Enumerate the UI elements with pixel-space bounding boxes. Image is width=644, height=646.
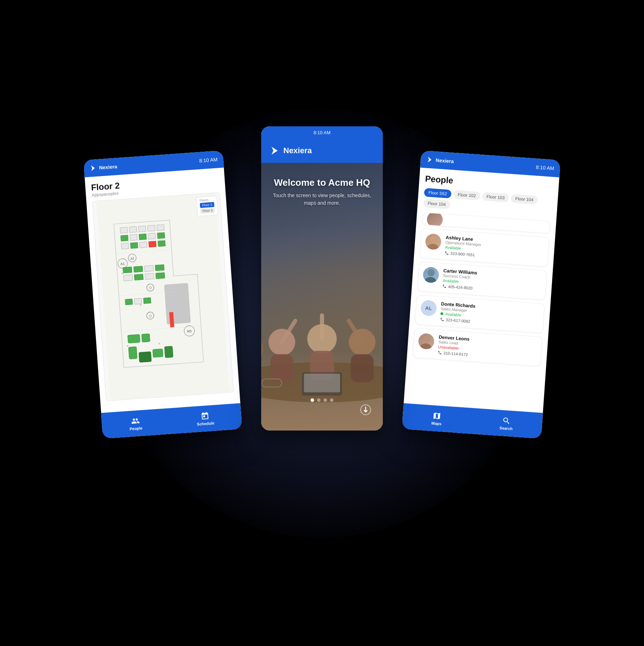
welcome-subtext: Touch the screen to view people, schedul…	[268, 192, 376, 207]
svg-text:R5: R5	[187, 329, 192, 333]
svg-text:A2: A2	[130, 256, 135, 260]
avatar-denver	[418, 333, 435, 350]
people-card: Nexiera 8:10 AM People Floor S52 Floor 1…	[402, 150, 560, 438]
svg-rect-68	[270, 354, 293, 382]
dot-3[interactable]	[323, 398, 327, 402]
svg-rect-30	[123, 275, 133, 281]
svg-point-59	[427, 269, 435, 276]
svg-rect-29	[155, 264, 165, 271]
welcome-hero-image[interactable]: Welcome to Acme HQ Touch the screen to v…	[261, 163, 383, 431]
svg-point-61	[423, 335, 430, 343]
avatar-photo-carter	[423, 266, 439, 283]
nav-item-search-right[interactable]: Search	[499, 416, 513, 431]
avatar-donte: AL	[420, 300, 437, 316]
floor-map-card: Nexiera 8:10 AM Floor 2 Appspaceplex Flo…	[83, 150, 242, 438]
welcome-header-banner: Nexiera	[261, 139, 383, 163]
svg-point-65	[261, 334, 263, 363]
avatar-initials-donte: AL	[425, 305, 432, 311]
right-header-app-name: Nexiera	[435, 157, 454, 164]
svg-rect-32	[145, 273, 154, 279]
person-card-carter[interactable]: Carter Williams Success Coach Available …	[417, 261, 547, 300]
svg-text:⊙: ⊙	[148, 313, 152, 318]
welcome-logo-text: Nexiera	[283, 146, 312, 155]
svg-point-60	[424, 276, 436, 283]
svg-rect-39	[125, 298, 133, 305]
carousel-dots	[311, 398, 333, 402]
svg-rect-80	[262, 379, 282, 387]
welcome-card: 8:10 AM Nexiera	[261, 126, 383, 431]
center-time-bar: 8:10 AM	[261, 126, 383, 139]
tab-floor-104a[interactable]: Floor 104	[511, 194, 538, 204]
svg-rect-2	[120, 227, 128, 233]
svg-rect-12	[121, 243, 129, 249]
nav-item-maps-right[interactable]: Maps	[431, 411, 443, 426]
svg-rect-50	[139, 351, 151, 362]
phone-icon-donte	[440, 317, 444, 322]
team-svg	[261, 275, 383, 409]
maps-icon	[433, 411, 442, 420]
svg-rect-15	[149, 241, 156, 247]
person-card-ashley[interactable]: Ashley Lane Operations Manager Available…	[420, 228, 550, 267]
svg-rect-41	[143, 297, 151, 303]
avatar-ashley	[425, 233, 441, 250]
svg-text:×: ×	[126, 343, 129, 348]
person-avatar-partial	[426, 212, 443, 228]
person-card-denver[interactable]: Denver Leons Sales Lead Unavailable 310-…	[413, 328, 542, 366]
person-info-donte: Donte Richards Sales Manager Available 3…	[440, 301, 540, 328]
svg-rect-7	[121, 235, 128, 241]
svg-rect-4	[138, 226, 146, 232]
svg-point-58	[427, 243, 439, 250]
svg-marker-0	[91, 165, 95, 171]
center-nexiera-logo-icon	[270, 146, 280, 156]
floors-label: Floors	[200, 198, 214, 202]
touch-cursor-icon	[359, 403, 372, 416]
svg-rect-40	[134, 298, 142, 304]
floor-map-svg: A1 A2 × × × × ×	[92, 193, 233, 400]
svg-rect-33	[156, 272, 165, 278]
nav-label-maps-right: Maps	[431, 421, 442, 426]
svg-rect-28	[145, 265, 154, 271]
people-content: People Floor S52 Floor 102 Floor 103 Flo…	[404, 167, 559, 413]
dot-4[interactable]	[330, 398, 333, 402]
floor-tabs: Floor S52 Floor 102 Floor 103 Floor 104 …	[423, 188, 552, 216]
svg-text:×: ×	[158, 341, 161, 345]
dot-1[interactable]	[311, 398, 314, 402]
svg-rect-79	[304, 373, 340, 392]
right-header-logo: Nexiera	[426, 156, 454, 165]
floor-option-4[interactable]: Floor 4	[200, 202, 214, 208]
svg-text:⊙: ⊙	[148, 285, 152, 290]
svg-rect-27	[133, 266, 143, 272]
phone-icon-carter	[442, 284, 447, 288]
avatar-photo-denver	[418, 333, 435, 350]
tab-floor-s52[interactable]: Floor S52	[424, 188, 452, 198]
center-time: 8:10 AM	[313, 130, 331, 135]
dot-2[interactable]	[317, 398, 321, 402]
phone-icon-denver	[438, 350, 442, 355]
nav-label-search-right: Search	[499, 425, 513, 431]
svg-marker-56	[428, 156, 431, 162]
person-card-donte[interactable]: AL Donte Richards Sales Manager Availabl…	[415, 295, 545, 333]
tab-floor-103[interactable]: Floor 103	[482, 192, 509, 202]
svg-rect-16	[158, 240, 165, 246]
floor-map-area: Floors Floor 4 Floor 3	[92, 192, 234, 401]
floor-option-3[interactable]: Floor 3	[200, 208, 215, 214]
nav-item-people-left[interactable]: People	[129, 416, 143, 431]
svg-point-62	[420, 343, 432, 350]
nexiera-logo-icon	[89, 164, 97, 172]
search-icon	[502, 416, 511, 425]
right-header-time: 8:10 AM	[536, 164, 554, 171]
schedule-icon	[200, 411, 210, 421]
svg-rect-49	[128, 346, 137, 359]
tab-floor-104b[interactable]: Floor 104	[423, 199, 450, 209]
svg-rect-5	[147, 225, 155, 231]
floor-selector[interactable]: Floors Floor 4 Floor 3	[196, 195, 218, 216]
svg-rect-26	[123, 267, 132, 273]
svg-rect-9	[139, 234, 146, 240]
svg-text:A1: A1	[120, 262, 125, 266]
svg-marker-63	[272, 147, 278, 155]
person-info-carter: Carter Williams Success Coach Available …	[442, 268, 542, 295]
svg-rect-72	[351, 354, 374, 382]
tab-floor-102[interactable]: Floor 102	[453, 190, 480, 200]
person-info-ashley: Ashley Lane Operations Manager Available…	[444, 234, 544, 262]
nav-item-schedule-left[interactable]: Schedule	[196, 411, 215, 426]
